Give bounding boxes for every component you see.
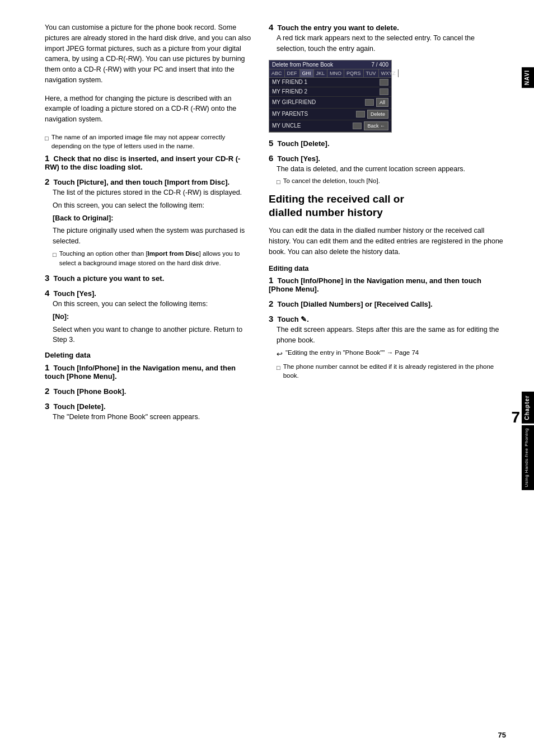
delete-step-3-body: The "Delete from Phone Book" screen appe… <box>53 412 252 422</box>
pb-row-3-name: MY GIRLFRIEND <box>272 99 363 105</box>
pb-tab-abc[interactable]: ABC <box>269 69 285 77</box>
right-step-4: 4 Touch the entry you want to delete. A … <box>269 22 506 54</box>
pb-row-1-name: MY FRIEND 1 <box>272 79 377 85</box>
two-column-layout: You can customise a picture for the phon… <box>45 22 506 428</box>
edit-step-3-checkbox1: □ The phone number cannot be edited if i… <box>277 362 506 381</box>
pb-tab-ghi[interactable]: GHI <box>300 69 314 77</box>
pb-row-1-icon <box>380 79 388 86</box>
navi-label: NAVI <box>522 67 534 88</box>
pb-header-title: Delete from Phone Book <box>272 62 333 68</box>
pb-row-5[interactable]: MY UNCLE Back ← <box>269 120 391 132</box>
left-step-1: 1 Check that no disc is inserted, and in… <box>45 153 252 171</box>
left-step-4: 4 Touch [Yes]. On this screen, you can s… <box>45 288 252 345</box>
left-step-2-heading: 2 Touch [Picture], and then touch [Impor… <box>45 177 252 186</box>
pb-header: Delete from Phone Book 7 / 400 <box>269 60 391 69</box>
pb-tab-pqrs[interactable]: PQRS <box>344 69 364 77</box>
right-step-4-body: A red tick mark appears next to the sele… <box>277 33 506 54</box>
checkbox-item-import-note: □ The name of an imported image file may… <box>45 133 252 151</box>
right-step-5: 5 Touch [Delete]. <box>269 138 506 148</box>
left-step-2: 2 Touch [Picture], and then touch [Impor… <box>45 177 252 267</box>
pb-row-1[interactable]: MY FRIEND 1 <box>269 78 391 87</box>
left-column: You can customise a picture for the phon… <box>45 22 252 428</box>
delete-step-2-heading: 2 Touch [Phone Book]. <box>45 386 252 396</box>
checkbox-text-no: To cancel the deletion, touch [No]. <box>283 176 380 186</box>
intro-paragraph-2: Here, a method for changing the picture … <box>45 93 252 125</box>
right-step-5-bold: Touch [Delete]. <box>278 139 330 148</box>
big-section-title: Editing the received call ordialled numb… <box>269 192 506 220</box>
left-step-4-body: On this screen, you can select the follo… <box>53 299 252 309</box>
page-number: 75 <box>498 731 506 739</box>
left-step-3-bold: Touch a picture you want to set. <box>54 274 165 283</box>
back-to-original-body: The picture originally used when the sys… <box>53 226 252 247</box>
edit-step-3: 3 Touch ✎. The edit screen appears. Step… <box>269 314 506 381</box>
delete-step-3-bold: Touch [Delete]. <box>54 402 106 411</box>
pb-row-5-icon <box>353 123 362 129</box>
left-step-1-bold: Check that no disc is inserted, and inse… <box>45 154 240 171</box>
pb-row-2[interactable]: MY FRIEND 2 <box>269 87 391 97</box>
edit-step-3-bold: Touch <box>278 315 299 323</box>
edit-step-3-body: The edit screen appears. Steps after thi… <box>277 325 506 346</box>
left-step-4-bold: Touch [Yes]. <box>54 289 96 298</box>
edit-step-3-arrow1-text: "Editing the entry in "Phone Book"" → Pa… <box>285 348 419 358</box>
pb-tabs: ABC DEF GHI JKL MNO PQRS TUV WXYZ <box>269 69 391 78</box>
edit-step-3-heading: 3 Touch ✎. <box>269 314 506 323</box>
edit-step-2: 2 Touch [Dialled Numbers] or [Received C… <box>269 299 506 308</box>
pb-row-4[interactable]: MY PARENTS Delete <box>269 109 391 120</box>
left-step-4-heading: 4 Touch [Yes]. <box>45 288 252 298</box>
pb-tab-tuv[interactable]: TUV <box>364 69 379 77</box>
pb-delete-btn[interactable]: Delete <box>367 110 388 119</box>
edit-step-2-heading: 2 Touch [Dialled Numbers] or [Received C… <box>269 299 506 308</box>
left-step-2-body: The list of the pictures stored in the C… <box>53 187 252 267</box>
arrow-icon-1: ↩ <box>277 349 283 360</box>
pb-row-2-name: MY FRIEND 2 <box>272 88 377 95</box>
checkbox-import: □ Touching an option other than [Import … <box>53 249 252 267</box>
right-step-4-body: A red tick mark appears next to the sele… <box>277 33 506 54</box>
edit-step-3-arrow1: ↩ "Editing the entry in "Phone Book"" → … <box>277 348 506 360</box>
checkbox-icon-import: □ <box>53 250 57 260</box>
pb-row-3[interactable]: MY GIRLFRIEND All <box>269 97 391 109</box>
left-step-3-heading: 3 Touch a picture you want to set. <box>45 273 252 283</box>
left-step-2-body1: The list of the pictures stored in the C… <box>53 187 252 198</box>
right-step-4-heading: 4 Touch the entry you want to delete. <box>269 22 506 32</box>
no-label: [No]: <box>53 312 252 322</box>
intro-paragraph-1: You can customise a picture for the phon… <box>45 22 252 86</box>
pb-row-2-icon <box>380 88 388 95</box>
page-container: NAVI Chapter 7 Using Hands-free Phoning … <box>0 0 534 756</box>
editing-data-heading: Editing data <box>269 265 506 273</box>
edit-step-2-bold: Touch [Dialled Numbers] or [Received Cal… <box>278 300 433 308</box>
deleting-data-heading: Deleting data <box>45 351 252 359</box>
right-step-4-bold: Touch the entry you want to delete. <box>278 24 399 32</box>
pb-tab-wxyz[interactable]: WXYZ <box>379 69 399 77</box>
pb-tab-mno[interactable]: MNO <box>327 69 344 77</box>
right-step-6-checkbox: □ To cancel the deletion, touch [No]. <box>277 176 506 187</box>
phonebook-screen: Delete from Phone Book 7 / 400 ABC DEF G… <box>269 60 392 133</box>
pb-row-4-name: MY PARENTS <box>272 111 354 117</box>
pb-tab-jkl[interactable]: JKL <box>314 69 328 77</box>
delete-step-2: 2 Touch [Phone Book]. <box>45 386 252 396</box>
right-step-6-body: The data is deleted, and the current loc… <box>277 164 506 187</box>
left-step-4-body: On this screen, you can select the follo… <box>53 299 252 345</box>
back-to-original-label: [Back to Original]: <box>53 213 252 224</box>
right-sidebar: NAVI Chapter 7 Using Hands-free Phoning <box>517 0 534 756</box>
pb-back-btn[interactable]: Back ← <box>364 121 388 130</box>
edit-pencil-icon: ✎ <box>301 315 307 323</box>
delete-step-3-body: The "Delete from Phone Book" screen appe… <box>53 412 252 422</box>
left-step-2-bold: Touch [Picture], and then touch [Import … <box>54 178 230 186</box>
checkbox-icon-1: □ <box>45 134 49 143</box>
checkbox-icon-edit: □ <box>277 363 280 373</box>
pb-all-btn[interactable]: All <box>376 98 388 107</box>
delete-step-1-bold: Touch [Info/Phone] in the Navigation men… <box>45 364 236 381</box>
right-step-6-bold: Touch [Yes]. <box>278 154 320 163</box>
chapter-number: 7 <box>511 408 520 426</box>
pb-tab-def[interactable]: DEF <box>285 69 300 77</box>
right-step-6: 6 Touch [Yes]. The data is deleted, and … <box>269 153 506 187</box>
edit-step-1-bold: Touch [Info/Phone] in the Navigation men… <box>269 276 481 293</box>
chapter-using-label: Using Hands-free Phoning <box>522 425 534 490</box>
right-step-6-body: The data is deleted, and the current loc… <box>277 164 506 175</box>
checkbox-text-edit: The phone number cannot be edited if it … <box>283 362 506 381</box>
checkbox-text-import: Touching an option other than [Import fr… <box>59 249 252 267</box>
chapter-label: Chapter <box>522 392 534 424</box>
big-section-intro: You can edit the data in the dialled num… <box>269 226 506 257</box>
delete-step-3: 3 Touch [Delete]. The "Delete from Phone… <box>45 401 252 422</box>
right-column: 4 Touch the entry you want to delete. A … <box>269 22 506 428</box>
